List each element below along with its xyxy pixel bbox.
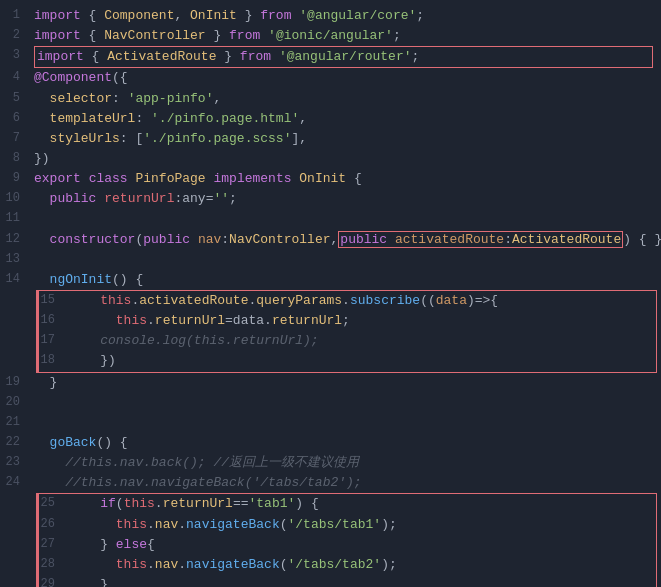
code-line-25: 25 if(this.returnUrl=='tab1') {: [39, 494, 656, 514]
code-line-24: 24 //this.nav.navigateBack('/tabs/tab2')…: [0, 473, 661, 493]
code-line-4: 4 @Component({: [0, 68, 661, 88]
code-line-6: 6 templateUrl: './pinfo.page.html',: [0, 109, 661, 129]
code-line-20: 20: [0, 393, 661, 413]
code-line-22: 22 goBack() {: [0, 433, 661, 453]
code-line-13: 13: [0, 250, 661, 270]
code-line-11: 11: [0, 209, 661, 229]
code-line-10: 10 public returnUrl:any='';: [0, 189, 661, 209]
code-line-9: 9 export class PinfoPage implements OnIn…: [0, 169, 661, 189]
highlight-group-2: 25 if(this.returnUrl=='tab1') { 26 this.…: [36, 493, 657, 587]
code-line-28: 28 this.nav.navigateBack('/tabs/tab2');: [39, 555, 656, 575]
code-line-1: 1 import { Component, OnInit } from '@an…: [0, 6, 661, 26]
code-line-16: 16 this.returnUrl=data.returnUrl;: [39, 311, 656, 331]
code-line-27: 27 } else{: [39, 535, 656, 555]
code-line-21: 21: [0, 413, 661, 433]
code-line-14: 14 ngOnInit() {: [0, 270, 661, 290]
code-line-18: 18 }): [39, 351, 656, 371]
highlight-group-1: 15 this.activatedRoute.queryParams.subsc…: [36, 290, 657, 373]
code-line-12: 12 constructor(public nav:NavController,…: [0, 230, 661, 250]
code-line-8: 8 }): [0, 149, 661, 169]
code-line-2: 2 import { NavController } from '@ionic/…: [0, 26, 661, 46]
code-line-17: 17 console.log(this.returnUrl);: [39, 331, 656, 351]
code-editor: 1 import { Component, OnInit } from '@an…: [0, 0, 661, 587]
code-line-29: 29 }: [39, 575, 656, 587]
code-line-15: 15 this.activatedRoute.queryParams.subsc…: [39, 291, 656, 311]
code-line-19: 19 }: [0, 373, 661, 393]
code-line-5: 5 selector: 'app-pinfo',: [0, 89, 661, 109]
code-line-23: 23 //this.nav.back(); //返回上一级不建议使用: [0, 453, 661, 473]
code-line-3: 3 import { ActivatedRoute } from '@angul…: [0, 46, 661, 68]
code-line-7: 7 styleUrls: ['./pinfo.page.scss'],: [0, 129, 661, 149]
code-line-26: 26 this.nav.navigateBack('/tabs/tab1');: [39, 515, 656, 535]
